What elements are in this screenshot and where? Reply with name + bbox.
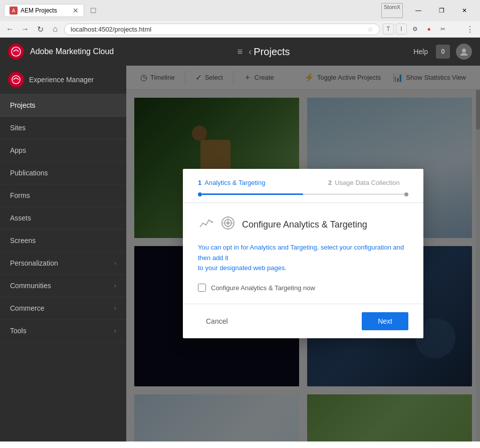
ext-btn-6[interactable] bbox=[452, 26, 461, 32]
app-logo[interactable] bbox=[8, 44, 24, 60]
configure-checkbox[interactable] bbox=[198, 284, 206, 292]
analytics-icon bbox=[198, 215, 214, 235]
app-header: Adobe Marketing Cloud ≡ ‹ Projects Help … bbox=[0, 38, 480, 66]
sidebar-item-apps[interactable]: Apps bbox=[0, 139, 126, 162]
exp-manager-section[interactable]: Experience Manager bbox=[0, 66, 126, 94]
forms-label: Forms bbox=[10, 191, 30, 199]
svg-point-0 bbox=[12, 47, 21, 56]
sidebar-item-assets[interactable]: Assets bbox=[0, 207, 126, 230]
step-1-label: Analytics & Targeting bbox=[204, 179, 265, 186]
back-btn[interactable]: ← bbox=[4, 23, 16, 35]
new-tab-btn[interactable]: ☐ bbox=[86, 4, 100, 18]
reload-btn[interactable]: ↻ bbox=[34, 23, 46, 35]
sites-label: Sites bbox=[10, 124, 26, 132]
app-wrapper: Adobe Marketing Cloud ≡ ‹ Projects Help … bbox=[0, 38, 480, 441]
svg-point-2 bbox=[12, 76, 20, 84]
browser-tab[interactable]: A AEM Projects ✕ bbox=[4, 4, 84, 17]
progress-fill bbox=[202, 193, 303, 195]
new-tab-icon: ☐ bbox=[90, 7, 97, 15]
browser-controls: ← → ↻ ⌂ localhost:4502/projects.html ☆ T… bbox=[0, 21, 480, 38]
tools-label: Tools bbox=[10, 327, 27, 335]
modal-steps: 1 Analytics & Targeting 2 Usage Data Col… bbox=[183, 169, 423, 203]
modal-overlay: 1 Analytics & Targeting 2 Usage Data Col… bbox=[126, 66, 480, 441]
tab-close-icon[interactable]: ✕ bbox=[73, 7, 79, 15]
exp-manager-label: Experience Manager bbox=[29, 76, 94, 84]
sidebar-item-personalization[interactable]: Personalization › bbox=[0, 252, 126, 275]
next-button[interactable]: Next bbox=[362, 312, 408, 330]
chevron-right-icon-4: › bbox=[114, 327, 116, 334]
publications-label: Publications bbox=[10, 169, 48, 177]
ext-btn-1[interactable]: T bbox=[383, 24, 394, 35]
back-nav-btn[interactable]: ‹ bbox=[249, 47, 252, 57]
close-btn[interactable]: ✕ bbox=[453, 3, 476, 18]
personalization-label: Personalization bbox=[10, 259, 58, 267]
home-btn[interactable]: ⌂ bbox=[49, 23, 61, 35]
step-2-number: 2 bbox=[328, 179, 332, 186]
chevron-right-icon: › bbox=[114, 260, 116, 267]
main-content: ◷ Timeline ✓ Select ＋ Create ⚡ Toggle Ac… bbox=[126, 66, 480, 441]
tab-favicon: A bbox=[10, 7, 18, 15]
cancel-button[interactable]: Cancel bbox=[198, 313, 236, 329]
restore-btn[interactable]: ❐ bbox=[430, 3, 453, 18]
communities-label: Communities bbox=[10, 282, 51, 290]
ext-btn-3[interactable]: ⚙ bbox=[409, 23, 421, 35]
browser-chrome: A AEM Projects ✕ ☐ StomX — ❐ ✕ ← → ↻ ⌂ l… bbox=[0, 0, 480, 38]
desc-line1: You can opt in for Analytics and Targeti… bbox=[198, 244, 404, 262]
screens-label: Screens bbox=[10, 237, 36, 245]
app-body: Experience Manager Projects Sites Apps P… bbox=[0, 66, 480, 441]
hamburger-icon[interactable]: ≡ bbox=[237, 47, 243, 57]
star-icon[interactable]: ☆ bbox=[367, 26, 373, 33]
desc-line2: to your bbox=[198, 264, 218, 272]
step-1-number: 1 bbox=[198, 179, 201, 186]
sidebar-item-publications[interactable]: Publications bbox=[0, 162, 126, 184]
address-bar[interactable]: localhost:4502/projects.html ☆ bbox=[64, 24, 380, 35]
checkbox-row: Configure Analytics & Targeting now bbox=[198, 284, 408, 292]
target-icon bbox=[220, 215, 236, 235]
progress-dot-inactive bbox=[404, 192, 408, 196]
sidebar-item-commerce[interactable]: Commerce › bbox=[0, 297, 126, 320]
menu-btn[interactable]: ⋮ bbox=[464, 23, 476, 35]
step-2-label: Usage Data Collection bbox=[335, 179, 399, 186]
ext-btn-2[interactable]: I bbox=[396, 24, 407, 35]
checkbox-label[interactable]: Configure Analytics & Targeting now bbox=[211, 284, 315, 292]
forward-btn[interactable]: → bbox=[19, 23, 31, 35]
modal-description: You can opt in for Analytics and Targeti… bbox=[198, 243, 408, 274]
ext-btn-5[interactable]: ✂ bbox=[437, 23, 449, 35]
browser-titlebar: A AEM Projects ✕ ☐ StomX — ❐ ✕ bbox=[0, 0, 480, 21]
modal-title: Configure Analytics & Targeting bbox=[242, 219, 367, 230]
chevron-right-icon-2: › bbox=[114, 282, 116, 289]
step-connector bbox=[288, 182, 328, 184]
user-avatar[interactable] bbox=[456, 44, 472, 60]
sidebar-item-communities[interactable]: Communities › bbox=[0, 275, 126, 297]
modal-footer: Cancel Next bbox=[183, 304, 423, 338]
notification-badge[interactable]: 0 bbox=[436, 45, 450, 59]
chevron-right-icon-3: › bbox=[114, 305, 116, 312]
progress-dot-active bbox=[198, 192, 202, 196]
modal: 1 Analytics & Targeting 2 Usage Data Col… bbox=[183, 169, 423, 338]
sidebar-item-tools[interactable]: Tools › bbox=[0, 320, 126, 342]
sidebar-item-projects[interactable]: Projects bbox=[0, 94, 126, 117]
ext-btn-4[interactable]: ● bbox=[423, 23, 435, 35]
browser-actions: T I ⚙ ● ✂ ⋮ bbox=[383, 23, 476, 35]
sidebar: Experience Manager Projects Sites Apps P… bbox=[0, 66, 126, 441]
apps-label: Apps bbox=[10, 146, 26, 154]
modal-icon-row: Configure Analytics & Targeting bbox=[198, 215, 408, 235]
exp-manager-icon bbox=[8, 72, 24, 88]
svg-point-3 bbox=[211, 221, 213, 223]
progress-track bbox=[202, 193, 404, 195]
step-1: 1 Analytics & Targeting bbox=[198, 179, 288, 188]
desc-link[interactable]: designated web pages. bbox=[219, 264, 287, 272]
sidebar-nav: Projects Sites Apps Publications Forms A… bbox=[0, 94, 126, 441]
sidebar-item-screens[interactable]: Screens bbox=[0, 230, 126, 252]
svg-point-1 bbox=[462, 49, 466, 53]
assets-label: Assets bbox=[10, 214, 31, 222]
page-title: Projects bbox=[254, 46, 290, 58]
sidebar-item-sites[interactable]: Sites bbox=[0, 117, 126, 139]
tab-label: AEM Projects bbox=[21, 7, 57, 14]
help-label[interactable]: Help bbox=[413, 48, 428, 56]
address-url: localhost:4502/projects.html bbox=[71, 26, 363, 33]
stomx-label: StomX bbox=[381, 3, 403, 18]
commerce-label: Commerce bbox=[10, 304, 44, 312]
sidebar-item-forms[interactable]: Forms bbox=[0, 184, 126, 207]
minimize-btn[interactable]: — bbox=[407, 3, 430, 18]
